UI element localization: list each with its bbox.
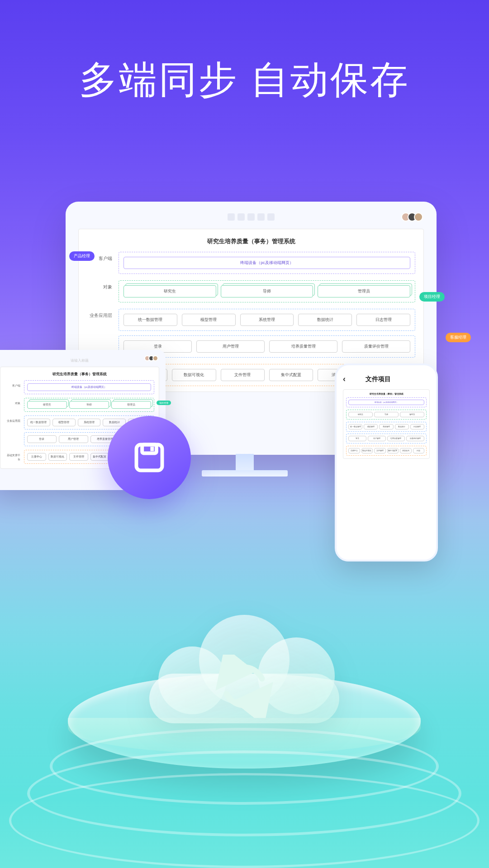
app-box: 系统管理: [78, 419, 101, 426]
app-box: 模型管理: [364, 424, 378, 429]
save-icon: [132, 440, 166, 475]
support-box: 数据可视化: [172, 369, 216, 381]
tab-placeholder: [228, 213, 235, 221]
ripple-ring: [9, 773, 480, 868]
app-box: 培养质量管理: [387, 436, 405, 441]
support-box: 数据可视化: [361, 448, 373, 453]
avatar: [414, 212, 423, 222]
avatar-group: [146, 355, 158, 361]
row-label-client: 客户端: [5, 380, 20, 388]
row-label-support: 基础支撑平台: [5, 450, 20, 462]
row-label-object: 对象: [87, 280, 112, 290]
app-box: 统一数据管理: [348, 424, 362, 429]
app-box: 系统管理: [240, 314, 294, 326]
object-box: 管理员: [400, 412, 424, 417]
app-box: 培养质量管理: [269, 340, 337, 353]
app-box: 日志管理: [410, 424, 424, 429]
app-box: 质量评价管理: [342, 340, 410, 353]
object-box: 导师: [69, 401, 109, 409]
phone-title: 文件项目: [366, 375, 391, 383]
monitor-tabs: [78, 213, 424, 221]
tab-placeholder: [247, 213, 255, 221]
avatar: [152, 355, 158, 361]
monitor-neck: [236, 454, 254, 472]
sync-arrows-icon: [206, 655, 283, 718]
app-box: 系统管理: [379, 424, 393, 429]
app-box: 用户管理: [368, 436, 386, 441]
role-tag-project-manager: 项目经理: [419, 292, 445, 302]
support-box: 注册中心: [348, 448, 360, 453]
object-box: 研究生: [27, 401, 67, 409]
tab-placeholder: [267, 213, 275, 221]
tab-placeholder: [237, 213, 245, 221]
support-box: 注册中心: [27, 453, 46, 461]
avatar-group: [404, 212, 423, 222]
app-box: 用户管理: [196, 340, 265, 353]
app-box: 模型管理: [52, 419, 76, 426]
monitor-base: [202, 470, 288, 476]
support-box: 集中式配置: [90, 453, 109, 461]
phone-frame: ‹ 文件项目 研究生培养质量（事务）管理系统 终端设备（pc及移动端网页） 研究…: [335, 363, 438, 561]
object-box: 管理员: [111, 401, 151, 409]
cloud-sync-icon: [140, 615, 348, 732]
app-box: 统一数据管理: [123, 314, 177, 326]
client-box: 终端设备（pc及移动端网页）: [123, 257, 410, 269]
cloud-platform: [23, 601, 466, 791]
row-label-app: 业务应用层: [87, 309, 112, 319]
support-box: 文件管理: [221, 369, 265, 381]
tablet-title-placeholder: 请输入标题: [0, 358, 159, 363]
client-box: 终端设备（pc及移动端网页）: [27, 383, 151, 391]
client-box: 终端设备（pc及移动端网页）: [348, 400, 424, 405]
headline: 多端同步 自动保存: [0, 0, 489, 106]
role-tag-product-manager: 产品经理: [69, 251, 95, 261]
app-box: 登录: [348, 436, 366, 441]
support-box: 日志: [413, 448, 425, 453]
object-box: 研究生: [123, 285, 216, 297]
support-box: 集中式配置: [269, 369, 313, 381]
diagram-title: 研究生培养质量（事务）管理系统: [5, 372, 154, 377]
support-box: 文件管理: [69, 453, 88, 461]
app-box: 登录: [27, 435, 57, 443]
svg-rect-0: [137, 445, 162, 471]
app-box: 模型管理: [182, 314, 236, 326]
role-tag-support-manager: 客服经理: [446, 333, 471, 342]
object-box: 导师: [374, 412, 399, 417]
app-box: 统一数据管理: [27, 419, 50, 426]
row-label-app: 业务应用层: [5, 415, 20, 423]
svg-rect-1: [142, 445, 157, 453]
save-badge: [108, 416, 191, 499]
role-tag-project-manager: 项目经理: [157, 401, 171, 405]
object-box: 导师: [221, 285, 313, 297]
object-box: 管理员: [318, 285, 410, 297]
app-box: 数据统计: [395, 424, 409, 429]
object-box: 研究生: [348, 412, 373, 417]
tab-placeholder: [257, 213, 265, 221]
support-box: 数据可视化: [48, 453, 67, 461]
diagram-title: 研究生培养质量（事务）管理系统: [87, 237, 415, 245]
support-box: 集中式配置: [387, 448, 399, 453]
app-box: 数据统计: [298, 314, 352, 326]
app-box: 日志管理: [356, 314, 410, 326]
support-box: 文件管理: [374, 448, 386, 453]
app-box: 用户管理: [59, 435, 88, 443]
row-label-object: 对象: [5, 398, 20, 406]
app-box: 质量评价管理: [406, 436, 424, 441]
diagram-title: 研究生培养质量（事务）管理系统: [346, 392, 427, 395]
back-icon[interactable]: ‹: [343, 374, 346, 384]
support-box: 消息队列: [400, 448, 412, 453]
architecture-diagram-mobile: 研究生培养质量（事务）管理系统 终端设备（pc及移动端网页） 研究生 导师 管理…: [343, 389, 430, 459]
